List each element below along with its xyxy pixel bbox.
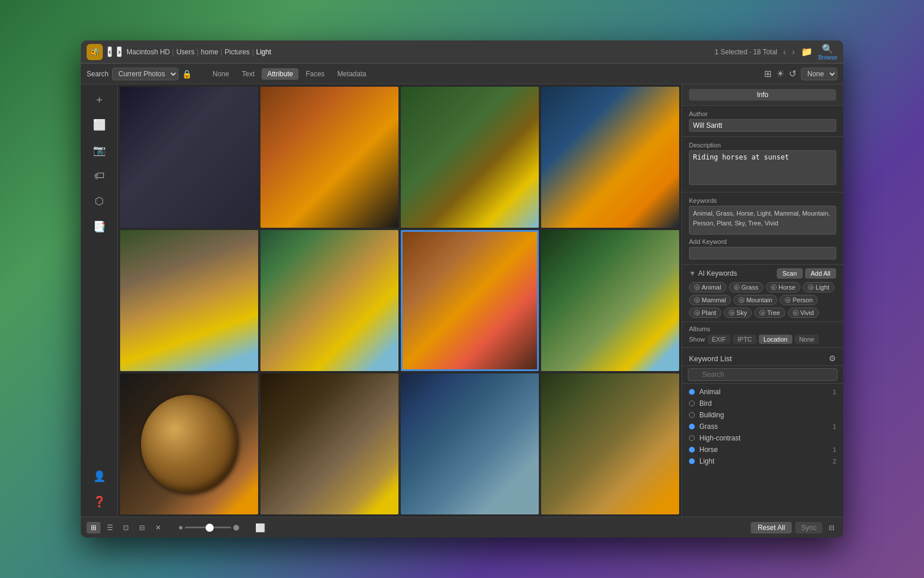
nav-forward-button[interactable]: › — [117, 46, 121, 57]
nav-back-button[interactable]: ‹ — [107, 46, 112, 57]
keyword-dot-high-contrast — [689, 435, 695, 441]
tag-grass[interactable]: ⊕ Grass — [729, 282, 763, 292]
tab-none[interactable]: None — [207, 68, 235, 80]
photo-cell-11[interactable] — [401, 373, 539, 514]
photo-cell-2[interactable] — [260, 87, 398, 228]
view-slideshow-button[interactable]: ✕ — [151, 522, 165, 533]
main-content: ＋ ⬜ 📷 🏷 ⬡ 📑 👤 ❓ — [81, 84, 843, 517]
add-keyword-label: Add Keyword — [689, 238, 836, 245]
bottom-toolbar: ⊞ ☰ ⊡ ⊟ ✕ ⬜ Reset All Sync ⊟ — [81, 517, 843, 538]
tab-metadata[interactable]: Metadata — [331, 68, 372, 80]
tag-sky[interactable]: ⊕ Sky — [724, 307, 752, 318]
add-keyword-input[interactable] — [689, 247, 836, 260]
breadcrumb: Macintosh HD | Users | home | Pictures |… — [126, 48, 710, 56]
refresh-icon: ↺ — [789, 68, 796, 79]
keyword-dot-horse — [689, 447, 695, 453]
photo-cell-3[interactable] — [401, 87, 539, 228]
tab-faces[interactable]: Faces — [300, 68, 330, 80]
keyword-item-bird[interactable]: Bird — [682, 398, 843, 409]
sidebar-icon-camera[interactable]: 📷 — [90, 141, 109, 160]
ai-keywords-title: ▼ AI Keywords — [689, 269, 737, 277]
author-input[interactable] — [689, 119, 836, 132]
tag-light[interactable]: ⊕ Light — [803, 282, 834, 292]
view-list-button[interactable]: ☰ — [103, 522, 117, 533]
tab-attribute[interactable]: Attribute — [262, 68, 299, 80]
size-dot-small — [179, 526, 182, 529]
photo-cell-6[interactable] — [260, 230, 398, 371]
reset-all-button[interactable]: Reset All — [751, 522, 792, 533]
photo-grid[interactable] — [118, 84, 681, 517]
photo-cell-9[interactable] — [120, 373, 258, 514]
sort-select[interactable]: None — [801, 68, 837, 80]
tab-text[interactable]: Text — [236, 68, 260, 80]
keyword-dot-bird — [689, 401, 695, 406]
tag-vivid[interactable]: ⊕ Vivid — [788, 307, 819, 318]
keyword-list-items: Animal 1 Bird Building — [682, 384, 843, 469]
keyword-item-animal[interactable]: Animal 1 — [682, 386, 843, 398]
adjust-icon: ☀ — [776, 68, 784, 79]
keyword-tags: ⊕ Animal ⊕ Grass ⊕ Horse ⊕ Light — [689, 282, 836, 318]
sidebar-icon-help[interactable]: ❓ — [90, 492, 109, 511]
keywords-section: Keywords Animal, Grass, Horse, Light, Ma… — [682, 192, 843, 265]
app-window: 🐝 ‹ › Macintosh HD | Users | home | Pict… — [81, 40, 843, 538]
photo-cell-5[interactable] — [120, 230, 258, 371]
panel-toggle-button[interactable]: ⊟ — [826, 522, 837, 533]
keyword-item-grass[interactable]: Grass 1 — [682, 421, 843, 432]
photo-cell-8[interactable] — [541, 230, 679, 371]
keyword-item-horse[interactable]: Horse 1 — [682, 444, 843, 455]
sidebar-icon-doc[interactable]: 📑 — [90, 217, 109, 236]
photo-cell-10[interactable] — [260, 373, 398, 514]
bottom-right: Reset All Sync ⊟ — [751, 522, 837, 533]
app-icon: 🐝 — [87, 44, 103, 60]
keyword-item-high-contrast[interactable]: High-contrast — [682, 432, 843, 444]
view-split-button[interactable]: ⊡ — [119, 522, 133, 533]
keyword-search-input[interactable] — [688, 368, 837, 381]
tag-mammal[interactable]: ⊕ Mammal — [689, 295, 731, 305]
size-dot-large — [233, 525, 239, 531]
photo-cell-4[interactable] — [541, 87, 679, 228]
photo-cell-12[interactable] — [541, 373, 679, 514]
sync-button[interactable]: Sync — [795, 522, 822, 533]
keyword-dot-building — [689, 412, 695, 418]
ai-keywords-section: ▼ AI Keywords Scan Add All ⊕ Animal ⊕ — [682, 265, 843, 322]
view-detail-button[interactable]: ⊟ — [135, 522, 149, 533]
author-section: Author — [682, 106, 843, 137]
tag-plant[interactable]: ⊕ Plant — [689, 307, 721, 318]
search-scope-select[interactable]: Current Photos — [112, 68, 178, 80]
add-all-button[interactable]: Add All — [805, 268, 836, 279]
keyword-dot-light — [689, 458, 695, 464]
description-textarea[interactable]: Riding horses at sunset — [689, 150, 836, 185]
show-iptc-button[interactable]: IPTC — [733, 335, 757, 344]
tag-horse[interactable]: ⊕ Horse — [766, 282, 800, 292]
keywords-display: Animal, Grass, Horse, Light, Mammal, Mou… — [689, 206, 836, 235]
gear-icon-button[interactable]: ⚙ — [829, 354, 836, 363]
scan-button[interactable]: Scan — [777, 268, 803, 279]
tag-person[interactable]: ⊕ Person — [780, 295, 818, 305]
browse-button[interactable]: 🔍 Browse — [818, 43, 837, 61]
title-bar: 🐝 ‹ › Macintosh HD | Users | home | Pict… — [81, 40, 843, 64]
show-none-button[interactable]: None — [795, 335, 819, 344]
keyword-item-building[interactable]: Building — [682, 409, 843, 421]
toolbar-tabs: None Text Attribute Faces Metadata — [207, 68, 372, 80]
sidebar-icon-user[interactable]: 👤 — [90, 467, 109, 486]
sidebar-icon-grid[interactable]: ⬜ — [90, 116, 109, 134]
view-grid-button[interactable]: ⊞ — [87, 522, 100, 533]
tag-tree[interactable]: ⊕ Tree — [754, 307, 785, 318]
photo-cell-7[interactable] — [401, 230, 539, 371]
keyword-item-light[interactable]: Light 2 — [682, 455, 843, 467]
info-button[interactable]: Info — [689, 89, 836, 101]
info-header: Info — [682, 84, 843, 106]
tag-animal[interactable]: ⊕ Animal — [689, 282, 726, 292]
sidebar-icon-tag[interactable]: 🏷 — [90, 166, 109, 185]
title-right: 1 Selected · 18 Total ‹ › 📁 🔍 Browse — [714, 43, 837, 61]
sidebar-icon-stack[interactable]: ⬡ — [90, 192, 109, 210]
size-slider[interactable] — [185, 527, 231, 528]
selection-info: 1 Selected · 18 Total — [714, 48, 777, 56]
keyword-dot-grass — [689, 424, 695, 429]
tag-mountain[interactable]: ⊕ Mountain — [733, 295, 777, 305]
expand-button[interactable]: ⬜ — [253, 522, 267, 533]
photo-cell-1[interactable] — [120, 87, 258, 228]
sidebar-icon-add[interactable]: ＋ — [90, 90, 109, 109]
show-location-button[interactable]: Location — [759, 335, 792, 344]
show-exif-button[interactable]: EXIF — [707, 335, 731, 344]
